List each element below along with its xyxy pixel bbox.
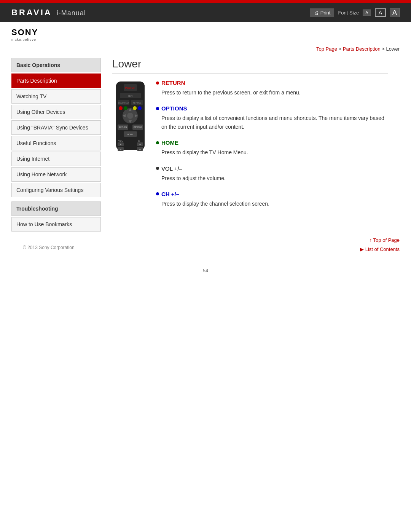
print-icon: 🖨 — [314, 10, 319, 16]
sidebar: Basic Operations Parts Description Watch… — [11, 58, 101, 233]
svg-point-15 — [119, 106, 123, 110]
svg-text:–: – — [120, 148, 121, 150]
sections: RETURN Press to return to the previous s… — [156, 80, 388, 216]
sidebar-item-using-internet[interactable]: Using Internet — [11, 152, 101, 166]
section-options: OPTIONS Press to display a list of conve… — [156, 105, 388, 131]
svg-text:+: + — [120, 143, 121, 146]
sony-area: SONY make.believe — [0, 22, 411, 44]
font-small-button[interactable]: A — [363, 10, 371, 16]
breadcrumb-sep2: > — [382, 46, 386, 52]
print-button[interactable]: 🖨 Print — [310, 8, 335, 17]
sidebar-item-configuring-settings[interactable]: Configuring Various Settings — [11, 183, 101, 197]
return-dot — [156, 81, 159, 85]
return-label: RETURN — [161, 80, 185, 86]
svg-text:COLOR KEY: COLOR KEY — [118, 102, 129, 104]
svg-point-16 — [124, 106, 127, 110]
breadcrumb-sep1: > — [339, 46, 343, 52]
svg-text:VOL: VOL — [118, 140, 123, 142]
top-of-page-link[interactable]: ↑ Top of Page — [370, 237, 400, 243]
svg-text:POWER: POWER — [125, 86, 135, 89]
bravia-logo: BRAVIA i-Manual — [11, 8, 86, 18]
sidebar-item-using-home-network[interactable]: Using Home Network — [11, 167, 101, 182]
sidebar-item-basic-operations[interactable]: Basic Operations — [11, 58, 101, 72]
ch-label: CH +/– — [161, 191, 179, 197]
return-text: Press to return to the previous screen, … — [161, 88, 388, 97]
list-of-contents-link[interactable]: ▶ List of Contents — [360, 246, 400, 252]
svg-text:–: – — [139, 148, 141, 150]
home-label: HOME — [161, 139, 178, 146]
footer-nav: ↑ Top of Page ▶ List of Contents — [360, 236, 400, 252]
section-home: HOME Press to display the TV Home Menu. — [156, 139, 388, 157]
font-size-label: Font Size — [338, 10, 359, 16]
options-dot — [156, 107, 159, 110]
font-medium-button[interactable]: A — [375, 8, 386, 17]
imanual-title: i-Manual — [57, 9, 86, 17]
bottom-area: © 2013 Sony Corporation ↑ Top of Page ▶ … — [0, 233, 411, 260]
svg-point-14 — [127, 113, 133, 119]
sidebar-item-parts-description[interactable]: Parts Description — [11, 73, 101, 88]
page-number: 54 — [0, 260, 411, 281]
ch-title: CH +/– — [156, 191, 388, 197]
sidebar-item-watching-tv[interactable]: Watching TV — [11, 89, 101, 104]
svg-text:SEN: SEN — [128, 95, 132, 97]
svg-point-17 — [133, 106, 137, 110]
svg-text:CH: CH — [138, 140, 142, 142]
breadcrumb-parts-description[interactable]: Parts Description — [343, 46, 381, 52]
svg-text:+: + — [139, 143, 141, 146]
section-return: RETURN Press to return to the previous s… — [156, 80, 388, 97]
home-dot — [156, 141, 159, 144]
home-title: HOME — [156, 139, 388, 146]
sidebar-item-troubleshooting[interactable]: Troubleshooting — [11, 201, 101, 216]
home-text: Press to display the TV Home Menu. — [161, 148, 388, 157]
breadcrumb-current: Lower — [386, 46, 400, 52]
section-vol: VOL +/– Press to adjust the volume. — [156, 165, 388, 182]
vol-dot — [156, 167, 159, 170]
copyright: © 2013 Sony Corporation — [11, 243, 86, 252]
svg-text:HOME: HOME — [127, 133, 134, 136]
sony-tagline: make.believe — [11, 38, 400, 42]
print-label: Print — [320, 10, 331, 16]
bravia-title: BRAVIA — [11, 8, 52, 18]
options-label: OPTIONS — [161, 105, 187, 112]
sidebar-item-using-other-devices[interactable]: Using Other Devices — [11, 105, 101, 119]
content-body: POWER SEN COLOR KEY KEY PAD — [112, 80, 388, 216]
top-red-bar — [0, 0, 411, 3]
svg-text:OPTIONS: OPTIONS — [134, 126, 142, 128]
ch-dot — [156, 192, 159, 195]
svg-point-18 — [138, 106, 142, 110]
header: BRAVIA i-Manual 🖨 Print Font Size A A A — [0, 3, 411, 22]
sidebar-item-useful-functions[interactable]: Useful Functions — [11, 136, 101, 150]
sidebar-item-using-bravia-sync[interactable]: Using "BRAVIA" Sync Devices — [11, 120, 101, 135]
header-controls: 🖨 Print Font Size A A A — [310, 8, 400, 17]
return-title: RETURN — [156, 80, 388, 86]
svg-text:RETURN: RETURN — [119, 126, 127, 128]
main-layout: Basic Operations Parts Description Watch… — [0, 54, 411, 233]
page-title: Lower — [112, 58, 388, 73]
remote-control-image: POWER SEN COLOR KEY KEY PAD — [112, 80, 148, 216]
sidebar-item-how-to-use-bookmarks[interactable]: How to Use Bookmarks — [11, 217, 101, 232]
options-text: Press to display a list of convenient fu… — [161, 114, 388, 131]
font-large-button[interactable]: A — [390, 8, 400, 17]
sidebar-divider — [11, 198, 101, 201]
section-ch: CH +/– Press to display the channel sele… — [156, 191, 388, 208]
vol-title: VOL +/– — [156, 165, 388, 172]
sony-logo: SONY — [11, 27, 400, 37]
content: Lower POWER SEN COLOR KEY KEY P — [101, 54, 400, 233]
breadcrumb: Top Page > Parts Description > Lower — [0, 44, 411, 54]
svg-text:KEY PAD: KEY PAD — [133, 102, 141, 104]
ch-text: Press to display the channel selection s… — [161, 200, 388, 208]
vol-label: VOL +/– — [161, 165, 182, 172]
vol-text: Press to adjust the volume. — [161, 174, 388, 182]
breadcrumb-top-page[interactable]: Top Page — [316, 46, 337, 52]
options-title: OPTIONS — [156, 105, 388, 112]
